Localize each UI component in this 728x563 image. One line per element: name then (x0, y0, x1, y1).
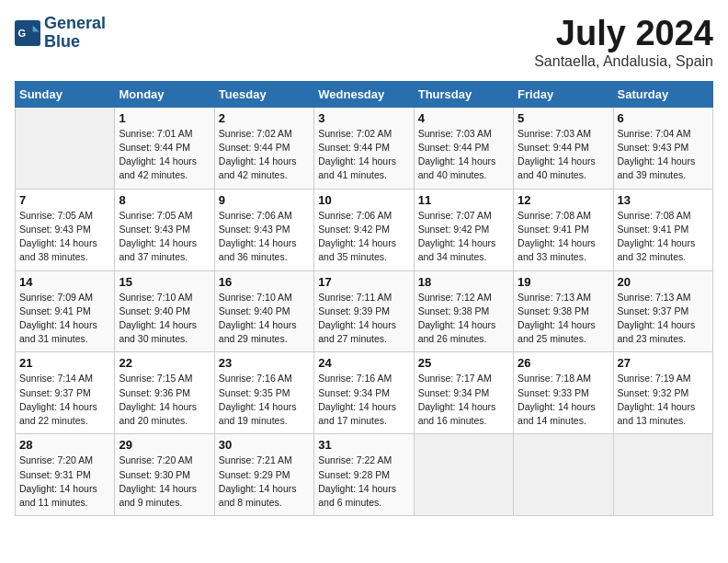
week-row-1: 1Sunrise: 7:01 AM Sunset: 9:44 PM Daylig… (16, 107, 713, 189)
day-number: 10 (318, 193, 409, 207)
week-row-2: 7Sunrise: 7:05 AM Sunset: 9:43 PM Daylig… (16, 189, 713, 270)
day-number: 20 (618, 275, 709, 289)
calendar-cell: 5Sunrise: 7:03 AM Sunset: 9:44 PM Daylig… (514, 107, 613, 189)
day-number: 15 (119, 275, 210, 289)
calendar-cell: 31Sunrise: 7:22 AM Sunset: 9:28 PM Dayli… (314, 434, 414, 516)
day-detail: Sunrise: 7:06 AM Sunset: 9:42 PM Dayligh… (318, 209, 409, 265)
calendar-cell: 8Sunrise: 7:05 AM Sunset: 9:43 PM Daylig… (115, 189, 214, 270)
day-number: 27 (618, 356, 709, 370)
day-number: 19 (518, 275, 609, 289)
day-detail: Sunrise: 7:18 AM Sunset: 9:33 PM Dayligh… (518, 372, 609, 428)
calendar-cell: 13Sunrise: 7:08 AM Sunset: 9:41 PM Dayli… (613, 189, 712, 270)
header-thursday: Thursday (414, 81, 513, 107)
day-number: 12 (518, 193, 609, 207)
calendar-cell (16, 107, 115, 189)
calendar-cell: 2Sunrise: 7:02 AM Sunset: 9:44 PM Daylig… (214, 107, 313, 189)
day-detail: Sunrise: 7:20 AM Sunset: 9:30 PM Dayligh… (119, 454, 210, 510)
day-detail: Sunrise: 7:03 AM Sunset: 9:44 PM Dayligh… (418, 127, 509, 183)
calendar-cell: 21Sunrise: 7:14 AM Sunset: 9:37 PM Dayli… (16, 352, 115, 434)
day-number: 25 (418, 356, 509, 370)
day-number: 29 (119, 438, 210, 452)
calendar-cell: 19Sunrise: 7:13 AM Sunset: 9:38 PM Dayli… (514, 270, 613, 352)
calendar-cell: 18Sunrise: 7:12 AM Sunset: 9:38 PM Dayli… (414, 270, 513, 352)
day-detail: Sunrise: 7:09 AM Sunset: 9:41 PM Dayligh… (19, 291, 110, 347)
day-number: 5 (518, 111, 609, 125)
calendar-cell: 11Sunrise: 7:07 AM Sunset: 9:42 PM Dayli… (414, 189, 513, 270)
calendar-cell: 26Sunrise: 7:18 AM Sunset: 9:33 PM Dayli… (514, 352, 613, 434)
day-number: 17 (318, 275, 409, 289)
day-number: 2 (219, 111, 310, 125)
week-row-3: 14Sunrise: 7:09 AM Sunset: 9:41 PM Dayli… (16, 270, 713, 352)
calendar-cell: 15Sunrise: 7:10 AM Sunset: 9:40 PM Dayli… (115, 270, 214, 352)
calendar-cell: 9Sunrise: 7:06 AM Sunset: 9:43 PM Daylig… (214, 189, 313, 270)
day-number: 1 (119, 111, 210, 125)
calendar-cell: 1Sunrise: 7:01 AM Sunset: 9:44 PM Daylig… (115, 107, 214, 189)
day-detail: Sunrise: 7:20 AM Sunset: 9:31 PM Dayligh… (19, 454, 110, 510)
calendar-cell: 6Sunrise: 7:04 AM Sunset: 9:43 PM Daylig… (613, 107, 712, 189)
day-number: 22 (119, 356, 210, 370)
day-number: 3 (318, 111, 409, 125)
calendar-title: July 2024 (534, 15, 713, 53)
day-number: 18 (418, 275, 509, 289)
day-number: 21 (19, 356, 110, 370)
day-detail: Sunrise: 7:19 AM Sunset: 9:32 PM Dayligh… (618, 372, 709, 428)
calendar-header-row: SundayMondayTuesdayWednesdayThursdayFrid… (16, 81, 713, 107)
day-detail: Sunrise: 7:02 AM Sunset: 9:44 PM Dayligh… (219, 127, 310, 183)
calendar-cell: 30Sunrise: 7:21 AM Sunset: 9:29 PM Dayli… (214, 434, 313, 516)
day-detail: Sunrise: 7:14 AM Sunset: 9:37 PM Dayligh… (19, 372, 110, 428)
calendar-subtitle: Santaella, Andalusia, Spain (534, 53, 713, 70)
day-detail: Sunrise: 7:05 AM Sunset: 9:43 PM Dayligh… (19, 209, 110, 265)
calendar-cell: 29Sunrise: 7:20 AM Sunset: 9:30 PM Dayli… (115, 434, 214, 516)
header-sunday: Sunday (16, 81, 115, 107)
calendar-cell (414, 434, 513, 516)
calendar-cell: 22Sunrise: 7:15 AM Sunset: 9:36 PM Dayli… (115, 352, 214, 434)
title-block: July 2024 Santaella, Andalusia, Spain (534, 15, 713, 70)
calendar-cell: 16Sunrise: 7:10 AM Sunset: 9:40 PM Dayli… (214, 270, 313, 352)
week-row-5: 28Sunrise: 7:20 AM Sunset: 9:31 PM Dayli… (16, 434, 713, 516)
calendar-cell: 14Sunrise: 7:09 AM Sunset: 9:41 PM Dayli… (16, 270, 115, 352)
day-number: 28 (19, 438, 110, 452)
day-number: 23 (219, 356, 310, 370)
day-detail: Sunrise: 7:16 AM Sunset: 9:34 PM Dayligh… (318, 372, 409, 428)
day-detail: Sunrise: 7:17 AM Sunset: 9:34 PM Dayligh… (418, 372, 509, 428)
day-number: 11 (418, 193, 509, 207)
day-detail: Sunrise: 7:11 AM Sunset: 9:39 PM Dayligh… (318, 291, 409, 347)
calendar-cell: 20Sunrise: 7:13 AM Sunset: 9:37 PM Dayli… (613, 270, 712, 352)
day-detail: Sunrise: 7:01 AM Sunset: 9:44 PM Dayligh… (119, 127, 210, 183)
day-number: 24 (318, 356, 409, 370)
day-number: 26 (518, 356, 609, 370)
page-header: G General Blue July 2024 Santaella, Anda… (15, 15, 713, 70)
day-detail: Sunrise: 7:22 AM Sunset: 9:28 PM Dayligh… (318, 454, 409, 510)
day-detail: Sunrise: 7:07 AM Sunset: 9:42 PM Dayligh… (418, 209, 509, 265)
day-number: 4 (418, 111, 509, 125)
header-wednesday: Wednesday (314, 81, 414, 107)
calendar-cell (613, 434, 712, 516)
day-number: 8 (119, 193, 210, 207)
header-saturday: Saturday (613, 81, 712, 107)
day-detail: Sunrise: 7:10 AM Sunset: 9:40 PM Dayligh… (219, 291, 310, 347)
day-detail: Sunrise: 7:12 AM Sunset: 9:38 PM Dayligh… (418, 291, 509, 347)
calendar-cell: 27Sunrise: 7:19 AM Sunset: 9:32 PM Dayli… (613, 352, 712, 434)
header-friday: Friday (514, 81, 613, 107)
day-detail: Sunrise: 7:10 AM Sunset: 9:40 PM Dayligh… (119, 291, 210, 347)
header-monday: Monday (115, 81, 214, 107)
day-detail: Sunrise: 7:21 AM Sunset: 9:29 PM Dayligh… (219, 454, 310, 510)
day-detail: Sunrise: 7:05 AM Sunset: 9:43 PM Dayligh… (119, 209, 210, 265)
calendar-cell: 3Sunrise: 7:02 AM Sunset: 9:44 PM Daylig… (314, 107, 414, 189)
calendar-cell: 12Sunrise: 7:08 AM Sunset: 9:41 PM Dayli… (514, 189, 613, 270)
logo: G General Blue (15, 15, 106, 52)
day-number: 14 (19, 275, 110, 289)
calendar-cell: 23Sunrise: 7:16 AM Sunset: 9:35 PM Dayli… (214, 352, 313, 434)
day-detail: Sunrise: 7:13 AM Sunset: 9:37 PM Dayligh… (618, 291, 709, 347)
day-detail: Sunrise: 7:02 AM Sunset: 9:44 PM Dayligh… (318, 127, 409, 183)
day-detail: Sunrise: 7:13 AM Sunset: 9:38 PM Dayligh… (518, 291, 609, 347)
logo-text: General Blue (44, 15, 106, 52)
header-tuesday: Tuesday (214, 81, 313, 107)
day-detail: Sunrise: 7:16 AM Sunset: 9:35 PM Dayligh… (219, 372, 310, 428)
day-detail: Sunrise: 7:08 AM Sunset: 9:41 PM Dayligh… (618, 209, 709, 265)
calendar-cell (514, 434, 613, 516)
day-number: 30 (219, 438, 310, 452)
day-detail: Sunrise: 7:04 AM Sunset: 9:43 PM Dayligh… (618, 127, 709, 183)
day-number: 31 (318, 438, 409, 452)
day-detail: Sunrise: 7:08 AM Sunset: 9:41 PM Dayligh… (518, 209, 609, 265)
